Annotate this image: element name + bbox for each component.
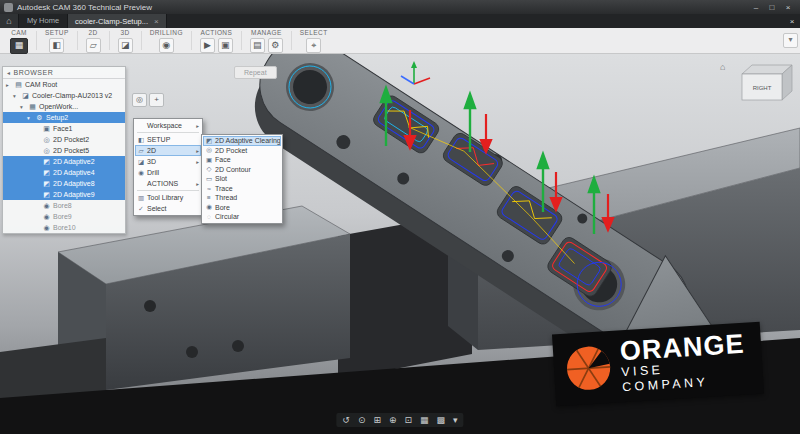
fit-icon[interactable]: ⊡ [405, 414, 413, 426]
submenu-arrow-icon: ▸ [196, 159, 199, 165]
tree-item-document[interactable]: ▾ ◪ Cooler-Clamp-AU2013 v2 [3, 90, 125, 101]
display-settings-icon[interactable]: ▦ [420, 414, 429, 426]
tree-item-2d-adaptive4[interactable]: ◩ 2D Adaptive4 [3, 167, 125, 178]
2d-strategies-icon[interactable]: ▱ [86, 38, 101, 53]
home-view-icon[interactable]: ⌂ [720, 62, 725, 72]
tree-item-setup2[interactable]: ▾ ⚙ Setup2 [3, 112, 125, 123]
tree-item-2d-adaptive2[interactable]: ◩ 2D Adaptive2 [3, 156, 125, 167]
menu-item-tool-library[interactable]: ▥ Tool Library [135, 192, 201, 203]
browser-tree: ▸ ▤ CAM Root ▾ ◪ Cooler-Clamp-AU2013 v2 … [3, 79, 125, 233]
submenu-item-bore[interactable]: ◉ Bore [203, 203, 281, 213]
item-icon: ◉ [42, 224, 51, 232]
settings-icon[interactable]: ⚙ [268, 38, 283, 53]
ribbon-tab-manage[interactable]: MANAGE [251, 29, 282, 37]
tab-my-home[interactable]: My Home [19, 14, 68, 28]
menu-item-label: SETUP [147, 136, 197, 143]
submenu-item-2d-pocket[interactable]: ◎ 2D Pocket [203, 146, 281, 156]
browser-title: BROWSER [14, 69, 54, 76]
menu-item-label: ACTIONS [147, 180, 194, 187]
cam-workspace-icon[interactable]: ▦ [10, 38, 28, 54]
item-label: Bore10 [53, 224, 76, 231]
look-at-icon[interactable]: ⊙ [358, 414, 366, 426]
menu-item-3d[interactable]: ◪ 3D ▸ [135, 156, 201, 167]
ribbon-tab-3d[interactable]: 3D [121, 29, 130, 37]
submenu-item-label: Trace [215, 185, 279, 192]
select-icon[interactable]: ⌖ [306, 38, 321, 53]
close-button[interactable]: × [780, 3, 796, 12]
menu-item-label: 3D [147, 158, 194, 165]
submenu-item-circular[interactable]: ◌ Circular [203, 212, 281, 222]
pan-icon[interactable]: ⊞ [373, 414, 381, 426]
submenu-item-trace[interactable]: ≈ Trace [203, 184, 281, 194]
tree-item-2d-pocket2[interactable]: ◎ 2D Pocket2 [3, 134, 125, 145]
tree-item-bore10[interactable]: ◉ Bore10 [3, 222, 125, 233]
minimize-button[interactable]: – [748, 3, 764, 12]
zoom-icon[interactable]: ⊕ [389, 414, 397, 426]
ribbon-toolbar: CAM ▦ SETUP ◧ 2D ▱ 3D ◪ DRILLING ◉ ACTIO… [0, 28, 800, 54]
ribbon-tab-setup[interactable]: SETUP [45, 29, 69, 37]
menu-item-actions[interactable]: ACTIONS ▸ [135, 178, 201, 189]
ribbon-tab-actions[interactable]: ACTIONS [201, 29, 233, 37]
menu-item-workspace[interactable]: Workspace ▸ [135, 120, 201, 131]
menu-item-icon: ▥ [137, 194, 145, 202]
orange-slice-icon [562, 341, 616, 396]
menu-divider[interactable] [137, 132, 199, 133]
grid-settings-icon[interactable]: ▩ [437, 414, 446, 426]
menu-item-select[interactable]: ✓ Select [135, 203, 201, 214]
expand-icon[interactable]: ▸ [6, 82, 12, 88]
drilling-icon[interactable]: ◉ [159, 38, 174, 53]
tree-item-openwork[interactable]: ▾ ▦ OpenWork... [3, 101, 125, 112]
menu-item-2d[interactable]: ▱ 2D ▸ [135, 145, 201, 156]
submenu-item-2d-contour[interactable]: ◇ 2D Contour [203, 165, 281, 175]
expand-icon[interactable]: ▾ [13, 93, 19, 99]
tabbar-close-icon[interactable]: × [784, 17, 800, 26]
item-label: OpenWork... [39, 103, 78, 110]
tree-item-2d-adaptive9[interactable]: ◩ 2D Adaptive9 [3, 189, 125, 200]
3d-viewport[interactable]: ◂ BROWSER ▸ ▤ CAM Root ▾ ◪ Cooler-Clamp-… [0, 54, 800, 434]
tool-library-icon[interactable]: ▤ [250, 38, 265, 53]
ribbon-tab-cam[interactable]: CAM [11, 29, 27, 37]
submenu-item-thread[interactable]: ≡ Thread [203, 193, 281, 203]
view-cube[interactable]: ⌂ RIGHT [720, 58, 794, 108]
tree-item-bore8[interactable]: ◉ Bore8 [3, 200, 125, 211]
target-icon[interactable]: ◎ [132, 93, 147, 107]
ribbon-tab-select[interactable]: SELECT [300, 29, 328, 37]
tree-item-bore9[interactable]: ◉ Bore9 [3, 211, 125, 222]
ribbon-group-drilling: DRILLING ◉ [142, 28, 191, 53]
expand-icon[interactable]: ▾ [27, 115, 33, 121]
tree-item-cam-root[interactable]: ▸ ▤ CAM Root [3, 79, 125, 90]
submenu-item-icon: ▭ [205, 175, 213, 183]
ribbon-tab-2d[interactable]: 2D [89, 29, 98, 37]
submenu-item-face[interactable]: ▣ Face [203, 155, 281, 165]
submenu-item-label: Circular [215, 213, 279, 220]
add-icon[interactable]: + [149, 93, 164, 107]
ribbon-collapse-icon[interactable]: ▾ [783, 33, 798, 48]
new-setup-icon[interactable]: ◧ [49, 38, 64, 53]
collapse-browser-icon[interactable]: ◂ [7, 69, 11, 76]
tab-document[interactable]: cooler-Clamp-Setup... × [68, 14, 167, 28]
menu-item-label: Workspace [147, 122, 194, 129]
simulate-icon[interactable]: ▶ [200, 38, 215, 53]
menu-item-setup[interactable]: ◧ SETUP [135, 134, 201, 145]
ribbon-tab-drilling[interactable]: DRILLING [150, 29, 183, 37]
expand-icon[interactable]: ▾ [20, 104, 26, 110]
tree-item-2d-pocket5[interactable]: ◎ 2D Pocket5 [3, 145, 125, 156]
orbit-icon[interactable]: ↺ [342, 414, 350, 426]
submenu-item-slot[interactable]: ▭ Slot [203, 174, 281, 184]
item-icon: ▤ [14, 81, 23, 89]
title-bar: Autodesk CAM 360 Technical Preview – □ × [0, 0, 800, 14]
submenu-item-2d-adaptive-clearing[interactable]: ◩ 2D Adaptive Clearing [203, 136, 281, 146]
repeat-button[interactable]: Repeat [234, 66, 277, 79]
tab-close-icon[interactable]: × [154, 17, 159, 26]
menu-divider[interactable] [137, 190, 199, 191]
view-cube-faces[interactable]: RIGHT [736, 58, 794, 106]
menu-item-drill[interactable]: ◉ Drill [135, 167, 201, 178]
tree-item-face1[interactable]: ▣ Face1 [3, 123, 125, 134]
window-controls: – □ × [748, 3, 796, 12]
viewport-settings-icon[interactable]: ▾ [453, 414, 458, 426]
home-icon[interactable]: ⌂ [0, 14, 19, 28]
maximize-button[interactable]: □ [764, 3, 780, 12]
3d-strategies-icon[interactable]: ◪ [118, 38, 133, 53]
post-process-icon[interactable]: ▣ [218, 38, 233, 53]
tree-item-2d-adaptive8[interactable]: ◩ 2D Adaptive8 [3, 178, 125, 189]
